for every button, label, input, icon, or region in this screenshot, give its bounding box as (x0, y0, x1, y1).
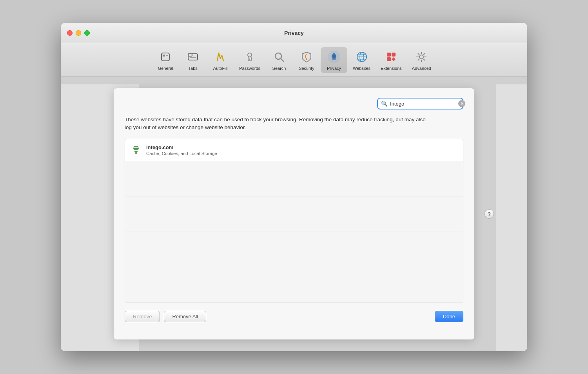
help-button[interactable]: ? (485, 209, 494, 219)
toolbar-items: General Tabs (152, 47, 436, 73)
svg-line-30 (424, 54, 425, 55)
table-row-empty-3 (125, 232, 463, 267)
traffic-lights (67, 30, 90, 36)
svg-rect-21 (387, 57, 391, 61)
security-icon (299, 49, 314, 64)
privacy-icon (327, 49, 341, 64)
window-title: Privacy (284, 30, 304, 36)
tab-websites[interactable]: Websites (348, 47, 375, 73)
description-text: These websites have stored data that can… (125, 116, 430, 132)
tab-search[interactable]: Search (266, 47, 292, 73)
preferences-window: Privacy General (61, 23, 527, 351)
svg-point-11 (306, 59, 307, 60)
bottom-buttons: Remove Remove All Done (125, 311, 463, 322)
search-input[interactable] (390, 101, 456, 107)
tab-advanced-label: Advanced (412, 66, 431, 71)
svg-rect-19 (387, 53, 391, 57)
tab-privacy-label: Privacy (327, 66, 341, 71)
svg-rect-0 (162, 53, 169, 61)
svg-marker-22 (392, 57, 396, 61)
passwords-icon (242, 49, 257, 64)
table-row-empty-4 (125, 267, 463, 303)
svg-point-6 (248, 53, 252, 57)
autofill-icon (213, 49, 228, 64)
tab-passwords-label: Passwords (239, 66, 260, 71)
minimize-button[interactable] (76, 30, 81, 36)
site-icon (131, 144, 142, 155)
svg-line-29 (424, 59, 425, 60)
privacy-sheet: 🔍 ✕ These websites have stored data that… (114, 88, 474, 339)
search-bar: 🔍 ✕ (377, 98, 463, 109)
svg-rect-3 (188, 54, 198, 60)
tab-extensions[interactable]: Extensions (376, 47, 407, 73)
tab-tabs-label: Tabs (189, 66, 198, 71)
tab-privacy[interactable]: Privacy (321, 47, 347, 73)
btn-group-left: Remove Remove All (125, 311, 206, 322)
website-list: intego.com Cache, Cookies, and Local Sto… (125, 139, 463, 303)
svg-rect-1 (163, 55, 165, 57)
tab-advanced[interactable]: Advanced (407, 47, 436, 73)
tab-search-label: Search (272, 66, 286, 71)
tab-general-label: General (158, 66, 173, 71)
tab-security[interactable]: Security (293, 47, 320, 73)
toolbar: General Tabs (61, 43, 527, 77)
table-row[interactable]: intego.com Cache, Cookies, and Local Sto… (125, 139, 463, 161)
tabs-icon (185, 49, 200, 64)
tab-autofill[interactable]: AutoFill (207, 47, 234, 73)
advanced-icon (414, 49, 429, 64)
table-row-empty-2 (125, 197, 463, 232)
remove-button[interactable]: Remove (125, 311, 160, 322)
svg-rect-20 (392, 53, 396, 57)
svg-rect-35 (134, 151, 138, 152)
extensions-icon (384, 49, 399, 64)
done-button[interactable]: Done (435, 311, 463, 322)
general-icon (158, 49, 173, 64)
svg-rect-4 (188, 54, 192, 56)
svg-rect-36 (135, 152, 137, 154)
tab-tabs[interactable]: Tabs (180, 47, 206, 73)
search-bar-container: 🔍 ✕ (125, 98, 463, 109)
maximize-button[interactable] (84, 30, 90, 36)
svg-rect-32 (134, 146, 138, 147)
tab-passwords[interactable]: Passwords (234, 47, 265, 73)
tab-security-label: Security (299, 66, 314, 71)
svg-line-10 (281, 58, 283, 61)
svg-point-23 (419, 55, 423, 59)
tab-websites-label: Websites (353, 66, 370, 71)
close-button[interactable] (67, 30, 73, 36)
svg-rect-33 (133, 148, 139, 149)
bg-panel-right (496, 84, 527, 351)
title-bar: Privacy (61, 23, 527, 43)
tab-autofill-label: AutoFill (213, 66, 228, 71)
svg-line-28 (418, 54, 419, 55)
main-content: 🔍 ✕ These websites have stored data that… (61, 77, 527, 351)
site-info: intego.com Cache, Cookies, and Local Sto… (146, 144, 217, 156)
table-row-empty-1 (125, 161, 463, 197)
search-magnifier-icon: 🔍 (381, 100, 388, 107)
search-clear-button[interactable]: ✕ (458, 100, 465, 107)
tab-extensions-label: Extensions (381, 66, 402, 71)
site-details: Cache, Cookies, and Local Storage (146, 151, 217, 156)
remove-all-button[interactable]: Remove All (164, 311, 206, 322)
search-icon (272, 49, 287, 64)
site-name: intego.com (146, 144, 217, 150)
tab-general[interactable]: General (152, 47, 179, 73)
svg-rect-34 (134, 149, 138, 150)
svg-point-13 (332, 55, 336, 58)
websites-icon (354, 49, 369, 64)
svg-line-31 (418, 59, 419, 60)
